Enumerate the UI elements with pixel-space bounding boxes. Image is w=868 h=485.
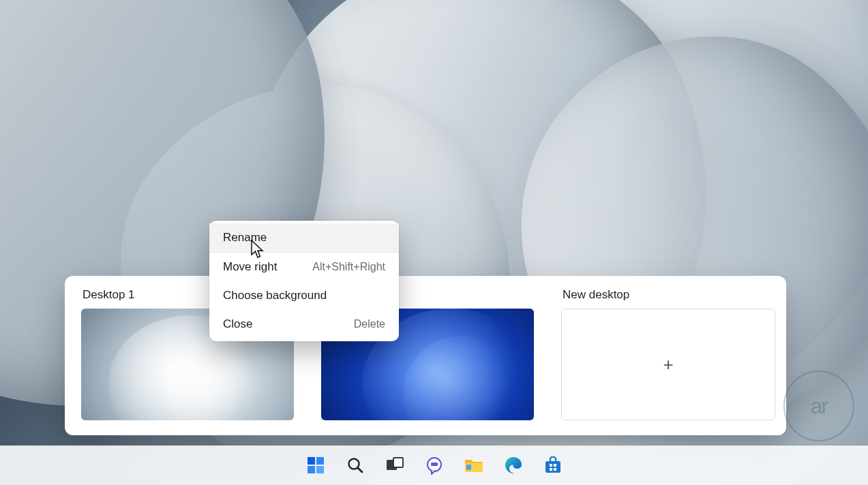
taskview-panel: Desktop 1 Desktop 2 New desktop + <box>65 276 786 435</box>
menu-item-rename[interactable]: Rename <box>209 223 399 252</box>
svg-rect-3 <box>316 466 324 473</box>
menu-item-label: Choose background <box>223 289 327 302</box>
edge-button[interactable] <box>503 455 524 475</box>
svg-rect-10 <box>466 465 471 470</box>
search-icon <box>346 456 364 474</box>
svg-rect-2 <box>308 466 315 473</box>
menu-item-shortcut: Alt+Shift+Right <box>312 261 385 273</box>
windows-logo-icon <box>306 456 325 475</box>
svg-rect-14 <box>550 468 552 471</box>
start-button[interactable] <box>305 455 326 475</box>
svg-rect-13 <box>554 464 556 467</box>
menu-item-shortcut: Delete <box>354 318 385 330</box>
new-desktop-tile[interactable]: + <box>561 309 775 420</box>
watermark-text: ar <box>811 394 827 419</box>
edge-icon <box>504 456 523 475</box>
menu-item-move-right[interactable]: Move right Alt+Shift+Right <box>209 253 399 281</box>
svg-rect-11 <box>545 461 560 473</box>
taskview-button[interactable] <box>385 455 405 475</box>
svg-line-5 <box>358 468 362 472</box>
menu-item-label: Rename <box>223 231 267 245</box>
svg-rect-9 <box>431 463 438 466</box>
store-button[interactable] <box>543 455 563 475</box>
desktop-context-menu: Rename Move right Alt+Shift+Right Choose… <box>209 221 399 341</box>
file-explorer-button[interactable] <box>464 455 484 475</box>
menu-item-label: Close <box>223 317 252 331</box>
svg-rect-0 <box>308 457 315 465</box>
plus-icon: + <box>663 354 673 375</box>
svg-rect-12 <box>550 464 552 467</box>
watermark-badge: ar <box>783 371 854 441</box>
search-button[interactable] <box>345 455 365 475</box>
store-icon <box>543 456 563 475</box>
taskbar <box>0 445 868 485</box>
menu-item-label: Move right <box>223 260 277 274</box>
svg-rect-15 <box>554 468 556 471</box>
svg-rect-7 <box>393 458 403 467</box>
menu-item-choose-background[interactable]: Choose background <box>209 281 399 310</box>
taskview-icon <box>386 457 404 473</box>
new-desktop-card[interactable]: New desktop + <box>561 285 774 420</box>
new-desktop-label: New desktop <box>563 288 773 302</box>
chat-button[interactable] <box>424 455 445 475</box>
svg-rect-1 <box>316 457 324 465</box>
folder-icon <box>464 456 484 474</box>
chat-icon <box>425 456 444 475</box>
menu-item-close[interactable]: Close Delete <box>209 310 399 339</box>
